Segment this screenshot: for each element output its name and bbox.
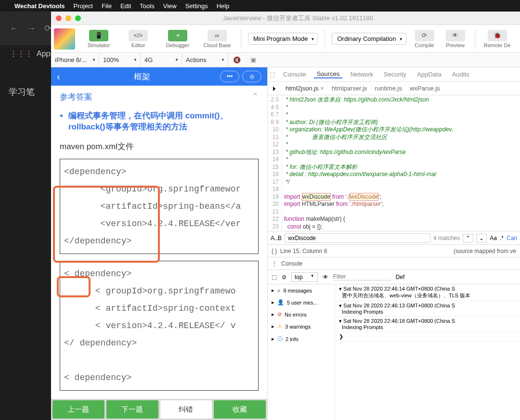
file-tab-html2json[interactable]: html2json.js <box>286 85 324 92</box>
mute-icon[interactable]: 🔇 <box>228 56 246 64</box>
rotate-icon[interactable]: ▣ <box>246 56 261 64</box>
file-tab-wxparse[interactable]: wxParse.js <box>410 85 440 92</box>
simulator-toolbar: iPhone 6/... 100% 4G Actions 🔇 ▣ <box>51 53 520 67</box>
console-prompt[interactable]: ❯ <box>335 332 520 342</box>
regex-toggle-icon[interactable]: .* <box>500 235 504 242</box>
console-drawer-icon[interactable]: ⋮ <box>272 260 277 267</box>
live-icon[interactable]: 👁 <box>323 274 328 280</box>
menu-view[interactable]: View <box>163 2 177 10</box>
code-content[interactable]: * html2Json 改造来自: https://github.com/Jxc… <box>282 95 520 231</box>
collapse-icon[interactable]: ⌃ <box>252 91 259 102</box>
remote-debug-button[interactable]: 🐞Remote De <box>480 26 515 51</box>
compile-button[interactable]: ⟳Compile <box>410 26 439 51</box>
device-dropdown[interactable]: iPhone 6/... <box>51 53 99 67</box>
console-drawer-label[interactable]: Console <box>281 260 302 267</box>
tab-audits[interactable]: Audits <box>449 71 472 78</box>
console-message[interactable]: ▾ Sat Nov 28 2020 22:46:14 GMT+0800 (Chi… <box>335 284 520 301</box>
main-toolbar: 📱Simulator </>Editor ⌖Debugger ∞Cloud Ba… <box>51 25 520 53</box>
line-gutter: 2 3 4 5 6 7 8 9 10 11 12 13 14 15 16 17 … <box>268 95 282 231</box>
compilation-dropdown[interactable]: Ordinary Compilation <box>332 33 406 45</box>
next-button[interactable]: 下一题 <box>106 400 158 419</box>
actions-dropdown[interactable]: Actions <box>182 53 228 67</box>
tab-console[interactable]: Console <box>280 71 309 78</box>
match-case-icon[interactable]: Aa <box>490 235 497 242</box>
console-side-item[interactable]: ▸⊘No errors <box>268 308 335 320</box>
console-body: ▸≡8 messages▸👤5 user mes...▸⊘No errors▸⚠… <box>268 284 520 420</box>
file-tab-htmlparser[interactable]: htmlparser.js <box>332 85 367 92</box>
search-bar: A⎵B 4 matches ⌃ ⌄ Aa .* Can <box>268 231 520 244</box>
simulator-pane: ‹ 框架 ••• ◎ 参考答案 ⌃ 编程式事务管理，在代码中调用 commit(… <box>51 67 268 420</box>
prev-button[interactable]: 上一题 <box>52 400 104 419</box>
menu-app[interactable]: Wechat Devtools <box>14 2 65 10</box>
menu-tools[interactable]: Tools <box>140 2 154 10</box>
editor-status-bar: { } Line 15, Column 8 (source mapped fro… <box>268 244 520 257</box>
search-input[interactable] <box>285 233 430 243</box>
inspect-icon[interactable]: ⬚ <box>270 71 275 78</box>
tab-network[interactable]: Network <box>347 71 376 78</box>
console-filter-bar: ⬚ ⊘ top▼ 👁 Def <box>268 269 520 284</box>
devtools-tabs: ⬚ Console Sources Network Security AppDa… <box>268 67 520 82</box>
sim-close-icon[interactable]: ◎ <box>242 71 261 82</box>
back-icon[interactable]: ← <box>10 24 18 34</box>
sim-content[interactable]: 参考答案 ⌃ 编程式事务管理，在代码中调用 commit()、rollback(… <box>51 86 267 399</box>
debugger-button[interactable]: ⌖Debugger <box>159 26 196 51</box>
simulator-button[interactable]: 📱Simulator <box>80 26 117 51</box>
tab-sources[interactable]: Sources <box>314 70 343 78</box>
menu-help[interactable]: Help <box>217 2 230 10</box>
search-prev-icon[interactable]: ⌃ <box>463 234 473 242</box>
console-side-item[interactable]: ▸≡8 messages <box>268 284 335 296</box>
cursor-position: Line 15, Column 8 <box>280 248 327 255</box>
report-button[interactable]: 纠错 <box>160 400 212 419</box>
regex-icon[interactable]: A⎵B <box>271 235 282 242</box>
background-window: ← → ⟳ ⋮⋮⋮ Apps 学习笔 <box>0 12 53 420</box>
console-sidebar-icon[interactable]: ⬚ <box>272 274 277 280</box>
mode-dropdown[interactable]: Mini Program Mode <box>248 33 318 45</box>
network-dropdown[interactable]: 4G <box>141 53 182 67</box>
console-side-item[interactable]: ▸ⓘ2 info <box>268 332 335 345</box>
sim-back-icon[interactable]: ‹ <box>57 71 60 82</box>
console-drawer-head: ⋮ Console <box>268 257 520 269</box>
sim-answer-bullet: 编程式事务管理，在代码中调用 commit()、rollback()等事务管理相… <box>68 110 259 132</box>
forward-icon[interactable]: → <box>27 24 36 34</box>
console-filter-input[interactable] <box>333 273 391 280</box>
console-sidebar: ▸≡8 messages▸👤5 user mes...▸⊘No errors▸⚠… <box>268 284 335 420</box>
search-cancel-button[interactable]: Can <box>507 235 517 242</box>
sim-navbar: ‹ 框架 ••• ◎ <box>51 67 267 86</box>
code-editor[interactable]: 2 3 4 5 6 7 8 9 10 11 12 13 14 15 16 17 … <box>268 95 520 231</box>
window-title: JavaInterview - 微信开发者工具 Stable v1.02.191… <box>81 14 515 23</box>
tab-appdata[interactable]: AppData <box>414 71 444 78</box>
apps-icon[interactable]: ⋮⋮⋮ <box>10 49 33 58</box>
menu-project[interactable]: Project <box>74 2 93 10</box>
close-window-icon[interactable] <box>56 15 62 21</box>
sim-menu-icon[interactable]: ••• <box>220 71 239 82</box>
console-message[interactable]: ▾ Sat Nov 28 2020 22:46:13 GMT+0800 (Chi… <box>335 301 520 317</box>
menu-edit[interactable]: Edit <box>120 2 131 10</box>
file-tab-runtime[interactable]: runtime.js <box>375 85 402 92</box>
sim-section-title: 参考答案 ⌃ <box>60 91 259 102</box>
console-side-item[interactable]: ▸⚠3 warnings <box>268 320 335 332</box>
cloud-button[interactable]: ∞Cloud Base <box>198 26 236 51</box>
tab-security[interactable]: Security <box>381 71 409 78</box>
console-side-item[interactable]: ▸👤5 user mes... <box>268 296 335 308</box>
file-nav-icon[interactable]: ⏵ <box>272 85 278 92</box>
zoom-dropdown[interactable]: 100% <box>99 53 141 67</box>
window-titlebar: JavaInterview - 微信开发者工具 Stable v1.02.191… <box>51 12 520 25</box>
preview-button[interactable]: 👁Preview <box>441 26 470 51</box>
console-message[interactable]: ▾ Sat Nov 28 2020 22:46:18 GMT+0800 (Chi… <box>335 317 520 332</box>
editor-button[interactable]: </>Editor <box>119 26 157 51</box>
sim-page-title: 框架 <box>64 71 220 82</box>
menu-settings[interactable]: Settings <box>185 2 208 10</box>
highlight-box-1 <box>53 186 160 263</box>
context-dropdown[interactable]: top▼ <box>291 272 318 282</box>
macos-menubar: Wechat Devtools Project File Edit Tools … <box>0 0 520 12</box>
zoom-window-icon[interactable] <box>75 15 81 21</box>
console-messages[interactable]: ▾ Sat Nov 28 2020 22:46:14 GMT+0800 (Chi… <box>335 284 520 420</box>
menu-file[interactable]: File <box>102 2 112 10</box>
project-logo-icon[interactable] <box>54 28 75 50</box>
clear-console-icon[interactable]: ⊘ <box>282 274 286 280</box>
minimize-window-icon[interactable] <box>65 15 71 21</box>
search-next-icon[interactable]: ⌄ <box>476 234 487 242</box>
reload-icon[interactable]: ⟳ <box>44 23 52 34</box>
favorite-button[interactable]: 收藏 <box>214 400 266 419</box>
default-levels[interactable]: Def <box>396 274 405 280</box>
